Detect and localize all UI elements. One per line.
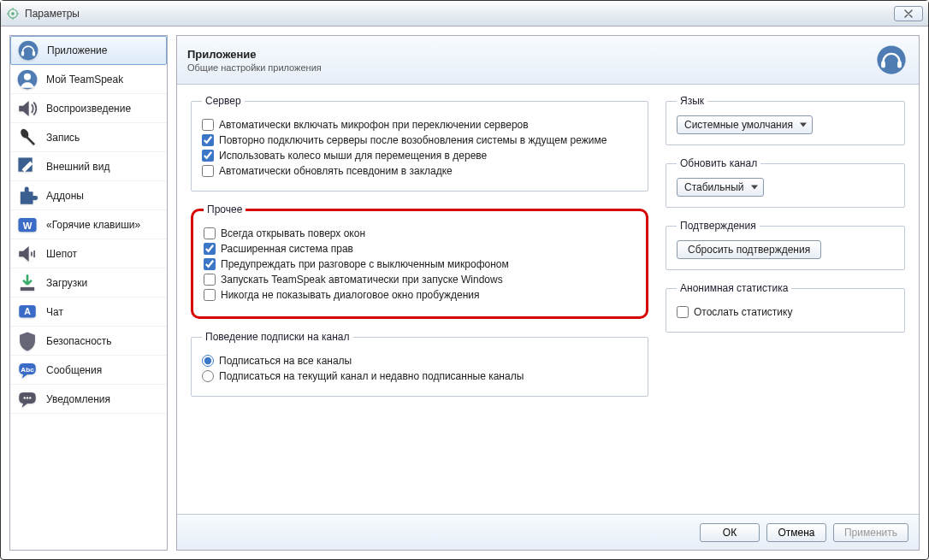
chk-scroll-tree[interactable]	[202, 150, 214, 162]
chk-label: Запускать TeamSpeak автоматически при за…	[221, 274, 503, 286]
close-button[interactable]	[894, 6, 923, 21]
chk-label: Использовать колесо мыши для перемещения…	[219, 150, 487, 162]
chk-advanced-permissions[interactable]	[204, 243, 216, 255]
group-subscribe: Поведение подписки на канал Подписаться …	[191, 331, 648, 397]
message-icon: Abc	[15, 358, 39, 382]
group-confirm: Подтверждения Сбросить подтверждения	[666, 220, 905, 270]
sidebar-item-capture[interactable]: Запись	[10, 123, 167, 152]
svg-rect-4	[33, 51, 35, 56]
page-title: Приложение	[187, 48, 322, 61]
radio-label: Подписаться на текущий канал и недавно п…	[219, 370, 524, 382]
sidebar-item-label: Приложение	[47, 44, 107, 56]
group-server: Сервер Автоматически включать микрофон п…	[191, 95, 648, 192]
group-confirm-legend: Подтверждения	[677, 220, 760, 232]
sidebar-item-chat[interactable]: A Чат	[10, 298, 167, 327]
shield-icon	[15, 329, 39, 353]
ok-button[interactable]: ОК	[700, 523, 760, 542]
download-icon	[15, 271, 39, 295]
update-channel-select[interactable]: Стабильный	[677, 178, 764, 197]
sidebar-item-design[interactable]: Внешний вид	[10, 152, 167, 181]
sidebar-item-application[interactable]: Приложение	[10, 36, 167, 65]
window-title: Параметры	[25, 8, 80, 20]
sidebar-item-downloads[interactable]: Загрузки	[10, 268, 167, 298]
reset-confirmations-button[interactable]: Сбросить подтверждения	[677, 240, 821, 259]
sidebar-item-label: «Горячие клавиши»	[46, 219, 140, 231]
svg-marker-7	[19, 101, 28, 116]
brush-icon	[15, 155, 39, 179]
svg-rect-14	[21, 286, 34, 290]
apply-button[interactable]: Применить	[833, 523, 908, 542]
whisper-icon	[15, 242, 39, 266]
svg-point-22	[29, 397, 31, 398]
chk-reconnect[interactable]	[202, 134, 214, 146]
cancel-button[interactable]: Отмена	[766, 523, 826, 542]
group-misc-legend: Прочее	[204, 203, 246, 215]
user-icon	[15, 68, 39, 91]
chk-label: Расширенная система прав	[221, 243, 353, 255]
chk-never-show-wake[interactable]	[204, 289, 216, 301]
chk-autostart[interactable]	[204, 274, 216, 286]
sidebar: Приложение Мой TeamSpeak Воспроизведение…	[9, 35, 168, 551]
svg-text:Abc: Abc	[21, 365, 34, 373]
svg-line-9	[27, 137, 34, 144]
sidebar-item-label: Аддоны	[46, 190, 84, 202]
microphone-icon	[15, 126, 39, 150]
form-area: Сервер Автоматически включать микрофон п…	[177, 85, 919, 514]
sidebar-item-notifications[interactable]: Уведомления	[10, 385, 167, 414]
svg-text:W: W	[23, 220, 33, 230]
group-subscribe-legend: Поведение подписки на канал	[202, 331, 353, 343]
app-icon	[6, 7, 20, 21]
settings-window: Параметры Приложение Мой TeamSpeak Воспр…	[0, 0, 929, 560]
language-select[interactable]: Системные умолчания	[677, 115, 813, 134]
sidebar-item-label: Запись	[46, 132, 80, 144]
chk-always-on-top[interactable]	[204, 227, 216, 239]
sidebar-item-security[interactable]: Безопасность	[10, 327, 167, 356]
content-area: Приложение Мой TeamSpeak Воспроизведение…	[1, 27, 928, 559]
headset-icon	[16, 38, 40, 62]
main-pane: Приложение Общие настройки приложения Се…	[176, 35, 920, 551]
chk-warn-muted[interactable]	[204, 258, 216, 270]
speaker-icon	[15, 97, 39, 121]
sidebar-item-label: Внешний вид	[46, 161, 109, 173]
keyboard-icon: W	[15, 213, 39, 237]
group-misc: Прочее Всегда открывать поверх окон Расш…	[191, 203, 648, 319]
group-anon-legend: Анонимная статистика	[677, 282, 791, 294]
group-update: Обновить канал Стабильный	[666, 157, 905, 208]
chk-label: Всегда открывать поверх окон	[221, 227, 365, 239]
sidebar-item-playback[interactable]: Воспроизведение	[10, 94, 167, 123]
sidebar-item-whisper[interactable]: Шепот	[10, 239, 167, 268]
group-language: Язык Системные умолчания	[666, 95, 905, 145]
chk-label: Отослать статистику	[694, 306, 792, 318]
titlebar: Параметры	[1, 1, 928, 27]
svg-rect-3	[21, 51, 24, 56]
sidebar-item-label: Чат	[46, 306, 63, 318]
svg-marker-13	[19, 246, 28, 262]
group-server-legend: Сервер	[202, 95, 245, 107]
dialog-footer: ОК Отмена Применить	[177, 514, 919, 550]
svg-rect-25	[897, 61, 902, 68]
sidebar-item-label: Воспроизведение	[46, 103, 131, 115]
sidebar-item-myteamspeak[interactable]: Мой TeamSpeak	[10, 65, 167, 94]
svg-point-21	[27, 397, 28, 398]
chat-icon: A	[15, 300, 39, 324]
sidebar-item-label: Загрузки	[46, 277, 87, 289]
chk-send-stats[interactable]	[677, 306, 689, 318]
sidebar-item-messages[interactable]: Abc Сообщения	[10, 356, 167, 385]
chk-update-nick[interactable]	[202, 165, 214, 177]
radio-subscribe-all[interactable]	[202, 355, 214, 367]
chk-label: Предупреждать при разговоре с выключенны…	[221, 258, 509, 270]
sidebar-item-addons[interactable]: Аддоны	[10, 181, 167, 210]
svg-point-2	[19, 41, 38, 61]
chk-label: Повторно подключить серверы после возобн…	[219, 134, 607, 146]
chk-auto-mic[interactable]	[202, 119, 214, 131]
chk-label: Никогда не показывать диалоговое окно пр…	[221, 289, 480, 301]
group-update-legend: Обновить канал	[677, 157, 760, 169]
sidebar-item-label: Шепот	[46, 248, 77, 260]
chk-label: Автоматически включать микрофон при пере…	[219, 119, 529, 131]
sidebar-item-label: Уведомления	[46, 393, 110, 405]
sidebar-item-hotkeys[interactable]: W «Горячие клавиши»	[10, 210, 167, 239]
svg-point-20	[24, 397, 26, 398]
radio-label: Подписаться на все каналы	[219, 355, 352, 367]
radio-subscribe-current[interactable]	[202, 370, 214, 382]
header-logo-icon	[874, 43, 908, 77]
